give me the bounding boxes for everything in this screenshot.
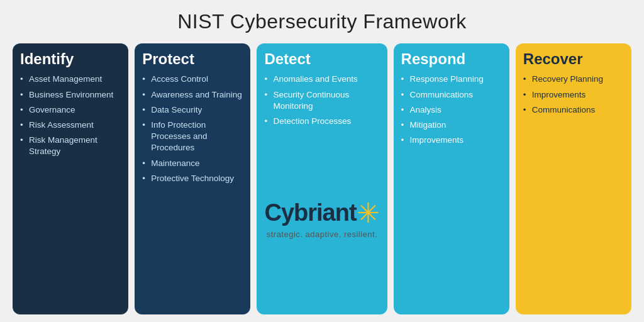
page-title: NIST Cybersecurity Framework bbox=[177, 10, 467, 33]
list-item: Improvements bbox=[523, 89, 624, 101]
list-item: Risk Assessment bbox=[20, 119, 121, 131]
list-item: Maintenance bbox=[142, 158, 243, 169]
list-item: Data Security bbox=[142, 104, 243, 116]
logo-tagline: strategic. adaptive. resilient. bbox=[267, 230, 378, 239]
list-item: Protective Technology bbox=[142, 173, 243, 184]
column-protect-header: Protect bbox=[142, 51, 243, 67]
list-item: Risk Management Strategy bbox=[20, 135, 121, 157]
list-item: Access Control bbox=[142, 74, 243, 85]
logo-area: Cybriant ✳ strategic. adaptive. resilien… bbox=[264, 131, 379, 307]
list-item: Mitigation bbox=[401, 119, 502, 131]
list-item: Anomalies and Events bbox=[264, 74, 379, 85]
column-detect-header: Detect bbox=[264, 51, 379, 67]
columns-container: Identify Asset Management Business Envir… bbox=[13, 43, 631, 314]
list-item: Detection Processes bbox=[264, 116, 379, 127]
page-wrapper: NIST Cybersecurity Framework Identify As… bbox=[0, 0, 644, 322]
list-item: Analysis bbox=[401, 104, 502, 116]
list-item: Governance bbox=[20, 104, 121, 116]
logo-name: Cybriant bbox=[264, 199, 356, 226]
list-item: Recovery Planning bbox=[523, 74, 624, 85]
logo-star-icon: ✳ bbox=[357, 199, 380, 227]
list-item: Asset Management bbox=[20, 74, 121, 85]
list-item: Communications bbox=[523, 104, 624, 116]
column-recover-list: Recovery Planning Improvements Communica… bbox=[523, 74, 624, 307]
list-item: Communications bbox=[401, 89, 502, 101]
column-detect-list: Anomalies and Events Security Continuous… bbox=[264, 74, 379, 131]
column-protect-list: Access Control Awareness and Training Da… bbox=[142, 74, 243, 307]
column-detect: Detect Anomalies and Events Security Con… bbox=[257, 43, 387, 314]
column-respond: Respond Response Planning Communications… bbox=[394, 43, 509, 314]
column-recover: Recover Recovery Planning Improvements C… bbox=[516, 43, 631, 314]
column-identify-list: Asset Management Business Environment Go… bbox=[20, 74, 121, 307]
list-item: Response Planning bbox=[401, 74, 502, 85]
logo-text-container: Cybriant ✳ bbox=[264, 199, 379, 227]
column-identify: Identify Asset Management Business Envir… bbox=[13, 43, 128, 314]
column-respond-header: Respond bbox=[401, 51, 502, 67]
list-item: Business Environment bbox=[20, 89, 121, 101]
list-item: Awareness and Training bbox=[142, 89, 243, 101]
list-item: Info Protection Processes and Procedures bbox=[142, 119, 243, 154]
column-identify-header: Identify bbox=[20, 51, 121, 67]
list-item: Improvements bbox=[401, 135, 502, 146]
column-recover-header: Recover bbox=[523, 51, 624, 67]
column-respond-list: Response Planning Communications Analysi… bbox=[401, 74, 502, 307]
list-item: Security Continuous Monitoring bbox=[264, 89, 379, 112]
column-protect: Protect Access Control Awareness and Tra… bbox=[135, 43, 250, 314]
